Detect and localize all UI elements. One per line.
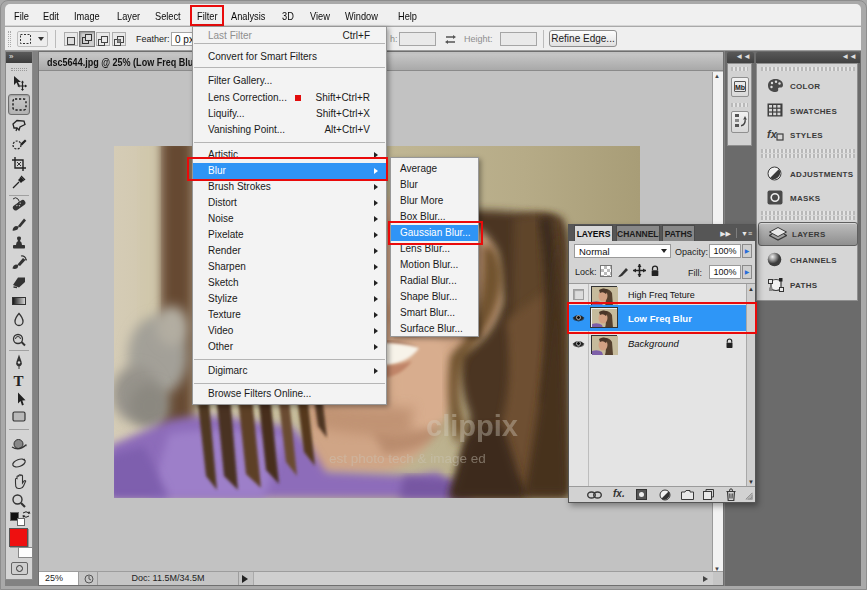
svg-text:fx: fx	[767, 128, 778, 140]
svg-text:est photo tech & image ed: est photo tech & image ed	[329, 451, 486, 466]
svg-text:T: T	[14, 373, 24, 389]
svg-text:clippix: clippix	[426, 410, 518, 442]
